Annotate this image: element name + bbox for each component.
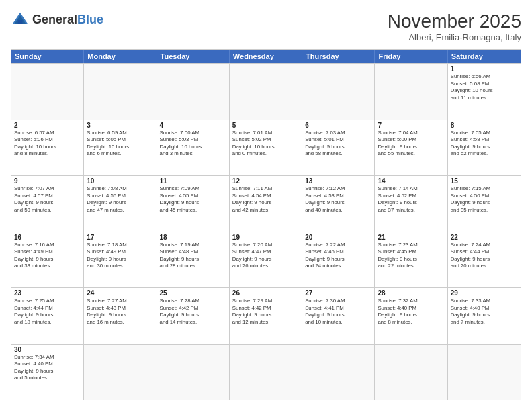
day-number: 9 (14, 177, 81, 185)
day-cell: 20Sunrise: 7:22 AM Sunset: 4:46 PM Dayli… (302, 232, 375, 288)
day-info: Sunrise: 7:14 AM Sunset: 4:52 PM Dayligh… (378, 185, 444, 214)
day-cell: 5Sunrise: 7:01 AM Sunset: 5:02 PM Daylig… (230, 120, 302, 176)
day-info: Sunrise: 7:04 AM Sunset: 5:00 PM Dayligh… (378, 130, 444, 158)
day-cell: 27Sunrise: 7:30 AM Sunset: 4:41 PM Dayli… (302, 288, 375, 344)
day-cell: 13Sunrise: 7:12 AM Sunset: 4:53 PM Dayli… (302, 176, 375, 232)
week-row-2: 2Sunrise: 6:57 AM Sunset: 5:06 PM Daylig… (11, 120, 521, 176)
day-info: Sunrise: 6:59 AM Sunset: 5:05 PM Dayligh… (87, 130, 153, 158)
day-number: 26 (232, 289, 299, 297)
day-number: 29 (451, 289, 518, 297)
day-header-saturday: Saturday (448, 50, 521, 63)
day-number: 15 (451, 177, 518, 185)
day-number: 16 (14, 234, 81, 241)
day-cell: 3Sunrise: 6:59 AM Sunset: 5:05 PM Daylig… (84, 120, 157, 176)
day-number: 4 (160, 122, 226, 129)
day-cell: 14Sunrise: 7:14 AM Sunset: 4:52 PM Dayli… (375, 176, 447, 232)
day-cell (302, 64, 375, 120)
day-cell: 18Sunrise: 7:19 AM Sunset: 4:48 PM Dayli… (157, 232, 230, 288)
day-cell: 28Sunrise: 7:32 AM Sunset: 4:40 PM Dayli… (375, 288, 447, 344)
day-number: 11 (160, 177, 226, 185)
page: GeneralBlue November 2025 Alberi, Emilia… (0, 0, 532, 411)
day-info: Sunrise: 7:22 AM Sunset: 4:46 PM Dayligh… (305, 242, 371, 270)
day-cell: 1Sunrise: 6:56 AM Sunset: 5:08 PM Daylig… (448, 64, 521, 120)
day-header-friday: Friday (375, 50, 447, 63)
day-cell (230, 345, 302, 400)
day-number: 23 (14, 289, 81, 297)
title-block: November 2025 Alberi, Emilia-Romagna, It… (388, 11, 521, 42)
day-info: Sunrise: 7:16 AM Sunset: 4:49 PM Dayligh… (14, 242, 81, 270)
logo: GeneralBlue (11, 11, 103, 30)
day-header-thursday: Thursday (302, 50, 375, 63)
day-cell: 7Sunrise: 7:04 AM Sunset: 5:00 PM Daylig… (375, 120, 447, 176)
day-info: Sunrise: 7:24 AM Sunset: 4:44 PM Dayligh… (451, 242, 518, 270)
day-cell (11, 64, 84, 120)
day-number: 22 (451, 234, 518, 241)
day-info: Sunrise: 6:57 AM Sunset: 5:06 PM Dayligh… (14, 130, 81, 158)
day-number: 18 (160, 234, 226, 241)
day-number: 14 (378, 177, 444, 185)
day-number: 2 (14, 122, 81, 129)
day-number: 5 (232, 122, 299, 129)
day-number: 8 (451, 122, 518, 129)
day-info: Sunrise: 7:25 AM Sunset: 4:44 PM Dayligh… (14, 298, 81, 326)
day-info: Sunrise: 6:56 AM Sunset: 5:08 PM Dayligh… (451, 73, 518, 101)
calendar: SundayMondayTuesdayWednesdayThursdayFrid… (11, 49, 521, 400)
day-info: Sunrise: 7:07 AM Sunset: 4:57 PM Dayligh… (14, 185, 81, 214)
logo-general: General (32, 13, 77, 26)
day-number: 19 (232, 234, 299, 241)
day-cell (302, 345, 375, 400)
day-number: 17 (87, 234, 153, 241)
day-number: 27 (305, 289, 371, 297)
logo-text: GeneralBlue (32, 13, 103, 27)
day-info: Sunrise: 7:05 AM Sunset: 4:58 PM Dayligh… (451, 130, 518, 158)
day-cell (157, 64, 230, 120)
day-cell: 23Sunrise: 7:25 AM Sunset: 4:44 PM Dayli… (11, 288, 84, 344)
day-cell: 4Sunrise: 7:00 AM Sunset: 5:03 PM Daylig… (157, 120, 230, 176)
day-info: Sunrise: 7:32 AM Sunset: 4:40 PM Dayligh… (378, 298, 444, 326)
location: Alberi, Emilia-Romagna, Italy (388, 32, 521, 42)
day-number: 3 (87, 122, 153, 129)
calendar-body: 1Sunrise: 6:56 AM Sunset: 5:08 PM Daylig… (11, 63, 521, 400)
day-info: Sunrise: 7:19 AM Sunset: 4:48 PM Dayligh… (160, 242, 226, 270)
day-cell: 30Sunrise: 7:34 AM Sunset: 4:40 PM Dayli… (11, 345, 84, 400)
logo-blue: Blue (77, 13, 103, 26)
week-row-1: 1Sunrise: 6:56 AM Sunset: 5:08 PM Daylig… (11, 63, 521, 120)
day-header-monday: Monday (84, 50, 157, 63)
day-cell: 2Sunrise: 6:57 AM Sunset: 5:06 PM Daylig… (11, 120, 84, 176)
day-cell: 15Sunrise: 7:15 AM Sunset: 4:50 PM Dayli… (448, 176, 521, 232)
week-row-6: 30Sunrise: 7:34 AM Sunset: 4:40 PM Dayli… (11, 344, 521, 400)
day-info: Sunrise: 7:00 AM Sunset: 5:03 PM Dayligh… (160, 130, 226, 158)
day-number: 21 (378, 234, 444, 241)
month-title: November 2025 (388, 11, 521, 32)
day-cell: 16Sunrise: 7:16 AM Sunset: 4:49 PM Dayli… (11, 232, 84, 288)
day-cell: 9Sunrise: 7:07 AM Sunset: 4:57 PM Daylig… (11, 176, 84, 232)
day-headers: SundayMondayTuesdayWednesdayThursdayFrid… (11, 50, 521, 63)
day-number: 28 (378, 289, 444, 297)
day-info: Sunrise: 7:27 AM Sunset: 4:43 PM Dayligh… (87, 298, 153, 326)
day-cell (84, 64, 157, 120)
day-cell: 25Sunrise: 7:28 AM Sunset: 4:42 PM Dayli… (157, 288, 230, 344)
day-cell (157, 345, 230, 400)
day-info: Sunrise: 7:30 AM Sunset: 4:41 PM Dayligh… (305, 298, 371, 326)
day-cell (230, 64, 302, 120)
day-cell: 19Sunrise: 7:20 AM Sunset: 4:47 PM Dayli… (230, 232, 302, 288)
day-header-tuesday: Tuesday (157, 50, 230, 63)
day-info: Sunrise: 7:08 AM Sunset: 4:56 PM Dayligh… (87, 185, 153, 214)
logo-icon (11, 11, 30, 30)
day-cell: 21Sunrise: 7:23 AM Sunset: 4:45 PM Dayli… (375, 232, 447, 288)
day-cell: 24Sunrise: 7:27 AM Sunset: 4:43 PM Dayli… (84, 288, 157, 344)
day-number: 13 (305, 177, 371, 185)
week-row-4: 16Sunrise: 7:16 AM Sunset: 4:49 PM Dayli… (11, 232, 521, 288)
svg-rect-2 (18, 20, 23, 24)
day-cell: 12Sunrise: 7:11 AM Sunset: 4:54 PM Dayli… (230, 176, 302, 232)
day-info: Sunrise: 7:15 AM Sunset: 4:50 PM Dayligh… (451, 185, 518, 214)
day-cell (448, 345, 521, 400)
day-number: 10 (87, 177, 153, 185)
day-cell: 17Sunrise: 7:18 AM Sunset: 4:49 PM Dayli… (84, 232, 157, 288)
day-cell: 6Sunrise: 7:03 AM Sunset: 5:01 PM Daylig… (302, 120, 375, 176)
day-header-wednesday: Wednesday (230, 50, 302, 63)
day-cell (375, 345, 447, 400)
day-number: 30 (14, 346, 81, 353)
day-info: Sunrise: 7:01 AM Sunset: 5:02 PM Dayligh… (232, 130, 299, 158)
day-info: Sunrise: 7:12 AM Sunset: 4:53 PM Dayligh… (305, 185, 371, 214)
